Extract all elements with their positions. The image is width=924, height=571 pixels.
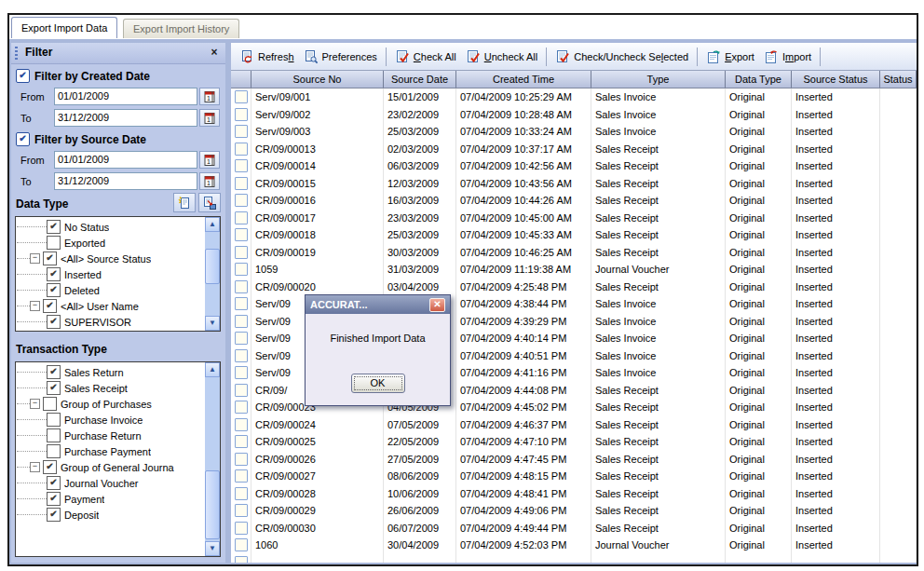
new-document-button[interactable] <box>173 193 196 212</box>
tab-export-import-history[interactable]: Export Import History <box>123 19 239 38</box>
tree-checkbox[interactable] <box>47 444 61 458</box>
table-row[interactable]: CR/09/0001825/03/200907/04/2009 10:45:33… <box>231 226 917 244</box>
data-type-item-no-status[interactable]: ✔No Status <box>17 219 204 235</box>
table-row[interactable]: CR/09/0003006/07/200907/04/2009 4:49:44 … <box>231 520 917 537</box>
table-row[interactable]: CR/09/0002708/06/200907/04/2009 4:48:15 … <box>231 468 917 485</box>
table-row[interactable]: Serv/09/00325/03/200907/04/2009 10:33:24… <box>231 123 917 141</box>
transaction-type-item-purchase-payment[interactable]: Purchase Payment <box>17 443 204 459</box>
tree-checkbox[interactable]: ✔ <box>47 267 61 281</box>
row-checkbox[interactable] <box>235 159 248 172</box>
check-all-button[interactable]: Check All <box>390 47 461 67</box>
tree-checkbox[interactable]: ✔ <box>47 508 61 522</box>
created-from-calendar-button[interactable]: 1 <box>199 88 220 105</box>
tree-checkbox[interactable]: ✔ <box>43 299 57 313</box>
row-checkbox[interactable] <box>235 108 248 121</box>
table-row[interactable]: CR/09/0001930/03/200907/04/2009 10:46:25… <box>231 244 917 262</box>
tree-checkbox[interactable]: ✔ <box>47 220 61 234</box>
row-checkbox[interactable] <box>235 177 248 190</box>
table-row[interactable]: CR/09/0002522/05/200907/04/2009 4:47:10 … <box>231 433 917 451</box>
transaction-type-item-group-of-general-journa[interactable]: −✔Group of General Journa <box>17 459 204 475</box>
filter-close-icon[interactable]: × <box>207 45 222 60</box>
table-row[interactable]: CR/09/0002627/05/200907/04/2009 4:47:45 … <box>231 451 917 469</box>
scroll-thumb[interactable] <box>205 470 220 539</box>
table-row[interactable]: CR/09/0002810/06/200907/04/2009 4:48:41 … <box>231 485 917 503</box>
collapse-icon[interactable]: − <box>30 399 40 409</box>
scroll-down-icon[interactable]: ▼ <box>205 316 220 331</box>
source-from-calendar-button[interactable]: 1 <box>199 151 220 169</box>
source-from-input[interactable]: 01/01/2009 <box>54 151 197 169</box>
column-header-type[interactable]: Type <box>591 71 726 88</box>
row-checkbox[interactable] <box>235 194 248 207</box>
tree-checkbox[interactable]: ✔ <box>47 365 61 379</box>
row-checkbox[interactable] <box>235 228 248 241</box>
table-row[interactable]: CR/09/0001302/03/200907/04/2009 10:37:17… <box>231 141 917 158</box>
table-row[interactable]: CR/09/0001616/03/200907/04/2009 10:44:26… <box>231 192 917 210</box>
row-checkbox[interactable] <box>235 418 248 431</box>
table-row[interactable]: CR/09/0001723/03/200907/04/2009 10:45:00… <box>231 210 917 227</box>
created-date-checkbox[interactable]: ✔ <box>16 69 30 83</box>
row-checkbox[interactable] <box>235 246 248 259</box>
transaction-type-item-payment[interactable]: ✔Payment <box>17 491 204 507</box>
drag-grip-icon[interactable] <box>15 47 18 60</box>
scroll-thumb[interactable] <box>205 249 220 284</box>
row-checkbox[interactable] <box>235 143 248 156</box>
data-type-item-inserted[interactable]: ✔Inserted <box>17 266 204 282</box>
row-checkbox[interactable] <box>235 556 248 563</box>
source-to-calendar-button[interactable]: 1 <box>199 172 220 190</box>
column-header-created-time[interactable]: Created Time <box>456 71 591 88</box>
tree-checkbox[interactable] <box>47 413 61 427</box>
row-checkbox[interactable] <box>235 453 248 466</box>
table-row[interactable]: Serv/09/00223/02/200907/04/2009 10:28:48… <box>231 106 917 124</box>
created-to-input[interactable]: 31/12/2009 <box>54 109 197 127</box>
transaction-type-item-sales-receipt[interactable]: ✔Sales Receipt <box>17 380 204 396</box>
import-button[interactable]: Import <box>759 47 816 67</box>
table-row[interactable]: CR/09/0001406/03/200907/04/2009 10:42:56… <box>231 157 917 175</box>
column-header-source-date[interactable]: Source Date <box>384 71 456 88</box>
source-to-input[interactable]: 31/12/2009 <box>54 172 197 190</box>
data-type-item--all-source-status[interactable]: −✔<All> Source Status <box>17 251 204 266</box>
column-header-source-status[interactable]: Source Status <box>792 71 880 88</box>
scroll-up-icon[interactable]: ▲ <box>205 362 220 377</box>
table-row[interactable]: Serv/09/00115/01/200907/04/2009 10:25:29… <box>231 88 917 106</box>
tree-checkbox[interactable]: ✔ <box>47 381 61 395</box>
table-row[interactable]: CR/09/0001512/03/200907/04/2009 10:43:56… <box>231 175 917 193</box>
table-row[interactable]: CR/09/0002003/04/200907/04/2009 4:25:48 … <box>231 279 917 296</box>
tree-checkbox[interactable]: ✔ <box>47 283 61 297</box>
data-type-item-supervisor[interactable]: ✔SUPERVISOR <box>17 314 204 330</box>
collapse-icon[interactable]: − <box>30 462 40 472</box>
row-checkbox[interactable] <box>235 349 248 362</box>
row-checkbox[interactable] <box>235 469 248 483</box>
transaction-type-item-group-of-purchases[interactable]: −Group of Purchases <box>17 396 204 412</box>
tree-checkbox[interactable] <box>47 428 61 442</box>
transaction-type-item-sales-return[interactable]: ✔Sales Return <box>17 364 204 380</box>
data-type-item--all-user-name[interactable]: −✔<All> User Name <box>17 298 204 314</box>
data-type-item-deleted[interactable]: ✔Deleted <box>17 282 204 298</box>
created-from-input[interactable]: 01/01/2009 <box>54 88 197 105</box>
transaction-type-item-purchase-return[interactable]: Purchase Return <box>17 428 204 443</box>
tree-checkbox[interactable] <box>43 397 57 411</box>
scroll-down-icon[interactable]: ▼ <box>205 541 220 556</box>
table-row-partial[interactable] <box>231 554 917 564</box>
table-row[interactable]: 106030/04/200907/04/2009 4:52:03 PMJourn… <box>231 537 917 554</box>
row-checkbox[interactable] <box>235 366 248 379</box>
refresh-button[interactable]: Refresh <box>235 47 299 67</box>
transaction-type-item-purchase-invoice[interactable]: Purchase Invoice <box>17 412 204 428</box>
row-checkbox[interactable] <box>235 211 248 224</box>
ok-button[interactable]: OK <box>351 374 405 393</box>
tree-checkbox[interactable]: ✔ <box>47 315 61 329</box>
tab-export-import-data[interactable]: Export Import Data <box>11 17 117 38</box>
transaction-type-item-deposit[interactable]: ✔Deposit <box>17 507 204 523</box>
tree-checkbox[interactable]: ✔ <box>47 476 61 490</box>
save-document-button[interactable] <box>198 193 221 212</box>
column-header-source-no[interactable]: Source No <box>251 71 384 88</box>
column-header-status[interactable]: Status <box>880 71 917 88</box>
transaction-type-scrollbar[interactable]: ▲ ▼ <box>205 362 220 556</box>
row-checkbox[interactable] <box>235 504 248 517</box>
row-checkbox[interactable] <box>235 280 248 293</box>
row-checkbox[interactable] <box>235 332 248 345</box>
data-type-scrollbar[interactable]: ▲ ▼ <box>205 217 220 331</box>
row-checkbox[interactable] <box>235 263 248 276</box>
row-checkbox[interactable] <box>235 315 248 328</box>
row-checkbox[interactable] <box>235 384 248 397</box>
close-icon[interactable]: ✕ <box>429 298 445 312</box>
